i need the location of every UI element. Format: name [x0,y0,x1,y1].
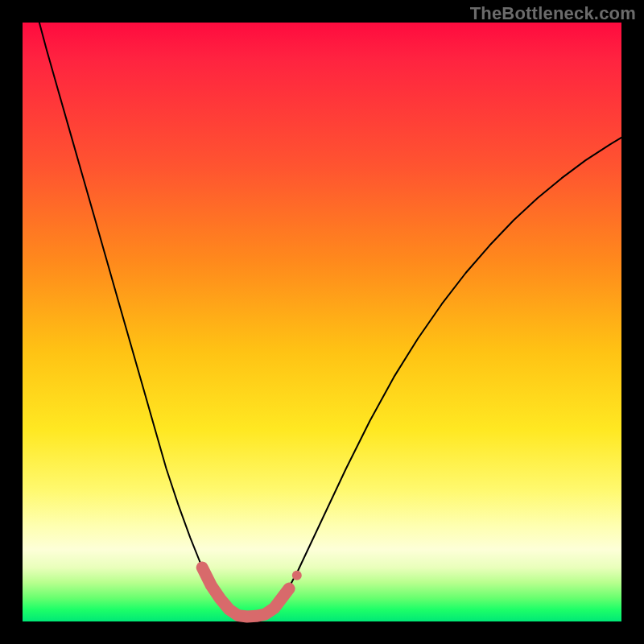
watermark-text: TheBottleneck.com [470,3,636,24]
plot-area [23,23,621,621]
bottleneck-curve [23,23,621,621]
svg-point-0 [292,571,302,580]
chart-frame: TheBottleneck.com [0,0,644,644]
